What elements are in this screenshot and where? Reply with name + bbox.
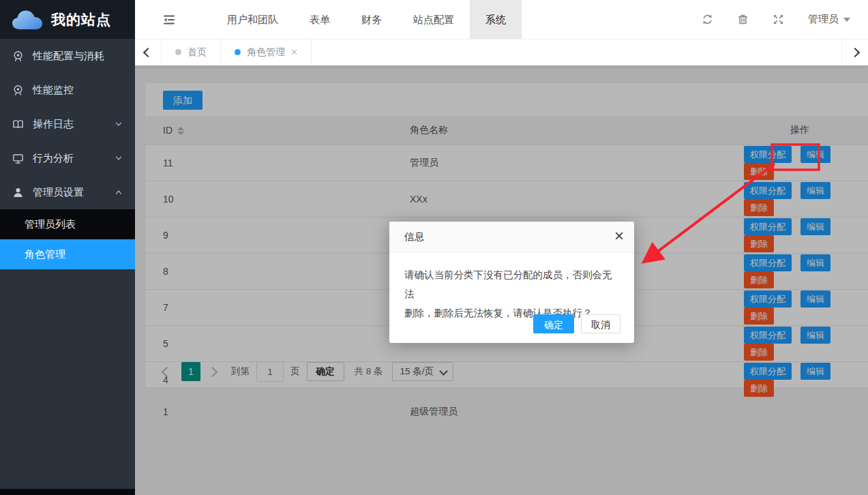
tab-close-icon[interactable]: × xyxy=(291,47,297,58)
dialog-footer: 确定 取消 xyxy=(533,314,620,333)
dialog-header: 信息 × xyxy=(389,222,634,252)
chevron-icon xyxy=(115,120,123,128)
ok-button[interactable]: 确定 xyxy=(533,314,574,333)
sidebar-submenu-item[interactable]: 管理员列表 xyxy=(0,209,135,239)
chevron-left-icon xyxy=(143,47,153,57)
trash-icon[interactable] xyxy=(737,14,749,25)
sidebar-menu-item[interactable]: 性能监控 xyxy=(0,73,135,107)
chevron-right-icon xyxy=(850,47,860,57)
tabs-scroll-left-button[interactable] xyxy=(135,39,162,65)
top-nav: 用户和团队 表单 财务 站点配置 系统 xyxy=(211,0,522,39)
sidebar-menu: 性能配置与消耗 性能监控 操作日志 行为分析 xyxy=(0,39,135,209)
tab-label: 首页 xyxy=(188,46,207,59)
tabbar: 首页 角色管理 × xyxy=(135,39,868,66)
sidebar-submenu-item[interactable]: 角色管理 xyxy=(0,239,135,269)
dialog-message-line1: 请确认当前分类下没有已分配的成员，否则会无法 xyxy=(404,265,619,303)
cloud-logo-icon xyxy=(12,9,43,31)
close-icon[interactable]: × xyxy=(614,222,624,250)
broadcast-icon xyxy=(12,85,24,96)
top-nav-item[interactable]: 系统 xyxy=(470,0,522,39)
monitor-icon xyxy=(12,153,24,164)
confirm-dialog: 信息 × 请确认当前分类下没有已分配的成员，否则会无法 删除，删除后无法恢复，请… xyxy=(389,222,634,343)
tab-dot-icon xyxy=(235,49,241,55)
logo: 我的站点 xyxy=(0,0,135,39)
sidebar-menu-label: 管理员设置 xyxy=(33,186,84,199)
top-nav-item[interactable]: 站点配置 xyxy=(398,0,470,39)
collapse-menu-icon[interactable] xyxy=(162,14,176,25)
sidebar-menu-label: 操作日志 xyxy=(33,118,74,131)
sidebar-menu-item[interactable]: 操作日志 xyxy=(0,107,135,141)
user-name: 管理员 xyxy=(808,13,839,26)
user-menu[interactable]: 管理员 xyxy=(808,13,850,26)
sidebar-footer xyxy=(0,489,135,495)
tab-home[interactable]: 首页 xyxy=(162,39,221,65)
tab-role-management[interactable]: 角色管理 × xyxy=(221,39,312,65)
top-actions: 管理员 xyxy=(702,13,868,26)
sidebar-menu-item[interactable]: 性能配置与消耗 xyxy=(0,39,135,73)
sidebar-menu-item[interactable]: 行为分析 xyxy=(0,141,135,175)
tabs-scroll-right-button[interactable] xyxy=(841,39,868,65)
user-icon xyxy=(12,187,24,198)
dialog-title: 信息 xyxy=(404,231,424,242)
sidebar: 我的站点 性能配置与消耗 性能监控 操作日志 xyxy=(0,0,135,495)
topbar: 用户和团队 表单 财务 站点配置 系统 管理员 xyxy=(135,0,868,40)
sidebar-menu-label: 性能监控 xyxy=(33,84,74,97)
top-nav-item[interactable]: 表单 xyxy=(294,0,346,39)
tab-dot-icon xyxy=(175,49,181,55)
sidebar-submenu: 管理员列表 角色管理 xyxy=(0,209,135,269)
book-icon xyxy=(12,119,24,130)
chevron-icon xyxy=(115,154,123,162)
sidebar-menu-item[interactable]: 管理员设置 xyxy=(0,175,135,209)
refresh-icon[interactable] xyxy=(702,14,713,25)
top-nav-item[interactable]: 财务 xyxy=(346,0,398,39)
dialog-message: 请确认当前分类下没有已分配的成员，否则会无法 删除，删除后无法恢复，请确认是否执… xyxy=(389,252,634,322)
tab-label: 角色管理 xyxy=(247,46,285,59)
sidebar-menu-label: 行为分析 xyxy=(33,152,74,165)
top-nav-item[interactable]: 用户和团队 xyxy=(211,0,294,39)
sidebar-submenu-label: 管理员列表 xyxy=(25,218,76,231)
cancel-button[interactable]: 取消 xyxy=(581,314,620,333)
fullscreen-icon[interactable] xyxy=(773,14,784,25)
broadcast-icon xyxy=(12,50,24,62)
caret-down-icon xyxy=(843,18,850,22)
sidebar-submenu-label: 角色管理 xyxy=(25,248,65,261)
site-title: 我的站点 xyxy=(51,10,111,29)
chevron-icon xyxy=(115,188,123,196)
sidebar-menu-label: 性能配置与消耗 xyxy=(33,50,104,63)
